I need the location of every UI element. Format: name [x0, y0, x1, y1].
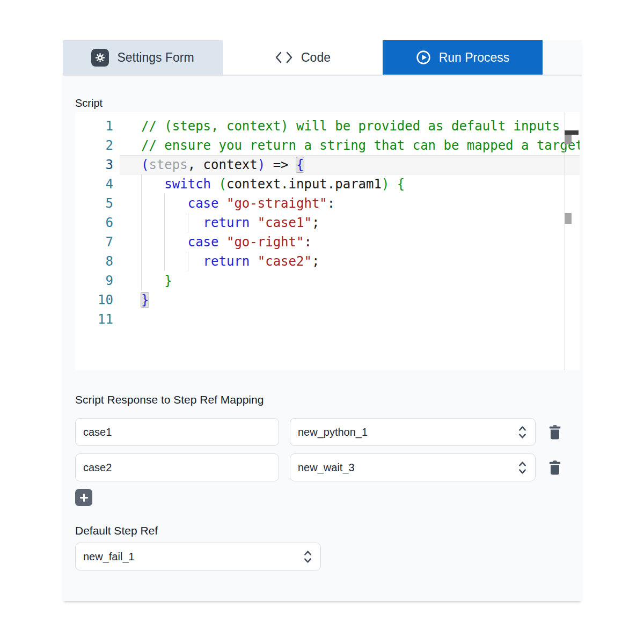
- code-line[interactable]: 9 }: [75, 271, 580, 290]
- code-line[interactable]: 6 return "case1";: [75, 213, 580, 232]
- default-step-ref-label: Default Step Ref: [75, 524, 582, 537]
- code-line-content: case "go-right":: [120, 232, 580, 252]
- code-line[interactable]: 5 case "go-straight":: [75, 194, 580, 213]
- process-step-panel: Settings Form Code Run Process Script: [63, 40, 582, 601]
- code-line[interactable]: 2 // ensure you return a string that can…: [75, 136, 580, 155]
- script-code-editor[interactable]: 1 // (steps, context) will be provided a…: [75, 112, 580, 370]
- code-line-content: // ensure you return a string that can b…: [120, 136, 580, 155]
- select-value: new_python_1: [298, 426, 368, 438]
- line-number: 6: [75, 213, 113, 232]
- code-line-content: [120, 310, 580, 329]
- script-response-input[interactable]: [75, 418, 279, 446]
- code-line[interactable]: 3 (steps, context) => {: [75, 155, 580, 174]
- line-number: 3: [75, 155, 113, 174]
- default-step-ref-select[interactable]: new_fail_1: [75, 543, 321, 570]
- tab-label: Settings Form: [117, 50, 194, 65]
- code-line-content: // (steps, context) will be provided as …: [120, 116, 580, 136]
- line-number: 4: [75, 174, 113, 194]
- gear-icon: [91, 49, 109, 67]
- code-line-content: return "case1";: [120, 213, 580, 232]
- mapping-row: new_wait_3: [75, 453, 582, 481]
- editor-hscrollbar-thumb[interactable]: [565, 130, 579, 135]
- editor-scroll-corner: [565, 135, 572, 144]
- line-number: 1: [75, 116, 113, 136]
- tab-bar: Settings Form Code Run Process: [63, 40, 582, 76]
- line-number: 5: [75, 194, 113, 213]
- add-mapping-button[interactable]: [75, 489, 92, 506]
- editor-vscrollbar-thumb[interactable]: [565, 213, 572, 224]
- code-line[interactable]: 7 case "go-right":: [75, 232, 580, 252]
- script-response-input[interactable]: [75, 453, 279, 481]
- code-line-content: }: [120, 271, 580, 290]
- code-line[interactable]: 8 return "case2";: [75, 252, 580, 271]
- chevron-up-down-icon: [518, 460, 527, 475]
- tab-settings-form[interactable]: Settings Form: [63, 40, 223, 75]
- line-number: 9: [75, 271, 113, 290]
- code-lines: 1 // (steps, context) will be provided a…: [75, 116, 580, 329]
- code-line-content: (steps, context) => {: [120, 155, 580, 174]
- code-line-content: case "go-straight":: [120, 194, 580, 213]
- mapping-row: new_python_1: [75, 418, 582, 446]
- plus-icon: [79, 493, 89, 502]
- line-number: 10: [75, 290, 113, 310]
- code-line-content: }: [120, 290, 580, 310]
- tab-label: Run Process: [439, 50, 510, 65]
- line-number: 11: [75, 310, 113, 329]
- mapping-section-heading: Script Response to Step Ref Mapping: [75, 393, 582, 406]
- tab-label: Code: [301, 50, 331, 65]
- code-line-content: switch (context.input.param1) {: [120, 174, 580, 194]
- code-line[interactable]: 1 // (steps, context) will be provided a…: [75, 116, 580, 136]
- chevron-up-down-icon: [518, 425, 527, 440]
- code-line-content: return "case2";: [120, 252, 580, 271]
- select-value: new_fail_1: [83, 551, 135, 563]
- line-number: 2: [75, 136, 113, 155]
- play-icon: [416, 50, 431, 65]
- trash-icon: [548, 425, 562, 440]
- delete-mapping-button[interactable]: [548, 460, 562, 475]
- code-icon: [275, 51, 293, 64]
- code-line[interactable]: 4 switch (context.input.param1) {: [75, 174, 580, 194]
- code-line[interactable]: 10 }: [75, 290, 580, 310]
- step-ref-select[interactable]: new_wait_3: [290, 453, 536, 481]
- tab-run-process[interactable]: Run Process: [383, 40, 543, 75]
- editor-scroll-divider: [565, 112, 565, 370]
- mapping-rows: new_python_1 new_wait_3: [75, 418, 582, 481]
- chevron-up-down-icon: [303, 550, 312, 564]
- delete-mapping-button[interactable]: [548, 425, 562, 440]
- line-number: 7: [75, 232, 113, 252]
- step-ref-select[interactable]: new_python_1: [290, 418, 536, 446]
- script-field-label: Script: [75, 97, 582, 109]
- code-line[interactable]: 11: [75, 310, 580, 329]
- line-number: 8: [75, 252, 113, 271]
- trash-icon: [548, 460, 562, 475]
- tab-code[interactable]: Code: [223, 40, 383, 75]
- select-value: new_wait_3: [298, 462, 355, 474]
